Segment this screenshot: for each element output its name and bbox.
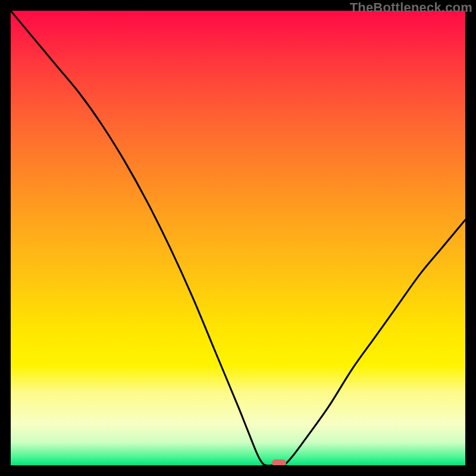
plot-area <box>11 11 465 465</box>
curve-svg <box>11 11 465 465</box>
watermark-text: TheBottleneck.com <box>350 0 472 15</box>
bottleneck-curve <box>11 11 465 465</box>
chart-frame: TheBottleneck.com <box>0 0 476 476</box>
optimal-point-marker <box>272 459 286 465</box>
